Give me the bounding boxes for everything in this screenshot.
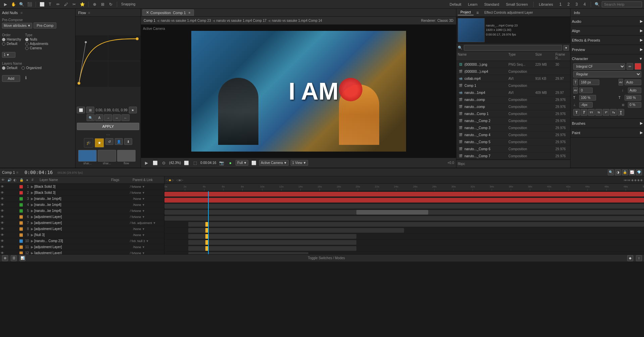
tl-layer-expand[interactable]: ▶ xyxy=(30,191,34,194)
flow-download-icon[interactable]: ⬇ xyxy=(124,138,132,145)
flow-grid-icon[interactable]: ⊞ xyxy=(86,107,94,113)
tl-layer-vis-btn[interactable]: 👁 xyxy=(0,233,5,237)
timeline-layer-row[interactable]: 👁 7 ▶ [adjustment Layer] / fx 6. adjustm… xyxy=(0,220,164,226)
type-adjustments-radio[interactable] xyxy=(25,42,29,46)
selection-tool[interactable]: ▶ xyxy=(2,1,9,8)
tl-solo-btn[interactable]: ◑ xyxy=(615,169,621,175)
project-list-item[interactable]: 🎬 Comp 1 Composition xyxy=(456,82,570,89)
search-icon[interactable]: 🔍 xyxy=(594,1,600,8)
info-icon[interactable]: ℹ xyxy=(23,74,30,81)
workspace-num-1[interactable]: 1 xyxy=(557,1,564,8)
project-list-item[interactable]: 🎬 naruto..._Comp 6 Composition 29.976 xyxy=(456,146,570,153)
tl-layer-parent[interactable]: None ▼ xyxy=(134,191,164,194)
order-hierarchy-radio[interactable] xyxy=(2,38,5,41)
project-list-item[interactable]: 🎬 naruto..._Comp 5 Composition 29.976 xyxy=(456,138,570,146)
project-list-item[interactable]: 🎬 naruto..._Comp 7 Composition 29.976 xyxy=(456,153,570,160)
tl-pen-btn[interactable]: 💎 xyxy=(636,169,642,175)
timeline-layer-row[interactable]: 👁 1 ▶ [Black Solid 3] / fx None ▼ xyxy=(0,184,164,190)
track-row[interactable] xyxy=(164,209,644,215)
char-weight-dropdown[interactable]: Regular xyxy=(573,71,641,77)
tl-layer-expand[interactable]: ▶ xyxy=(30,209,34,213)
tab-effect-controls[interactable]: Effect Controls adjustment Layer xyxy=(482,10,536,15)
active-camera-dropdown[interactable]: Active Camera ▼ xyxy=(259,160,288,166)
tl-layer-parent[interactable]: None ▼ xyxy=(134,233,164,237)
tl-lock-btn[interactable]: 🔒 xyxy=(622,169,628,175)
project-list-item[interactable]: 🎬 (000000...).mp4 Composition xyxy=(456,68,570,75)
flow-star-favorite-icon[interactable]: ★ xyxy=(95,138,104,148)
search-help-input[interactable] xyxy=(602,1,642,7)
comp-viewer-area[interactable]: Active Camera I AM xyxy=(141,25,456,158)
clone-tool[interactable]: ✂ xyxy=(71,1,78,8)
char-kerning-dropdown[interactable]: Auto xyxy=(625,79,641,85)
project-list-item[interactable]: 📹 naruto...1mp4 AVI 409 MB 29.97 xyxy=(456,89,570,96)
char-bold-icon[interactable]: T xyxy=(573,109,580,116)
order-default-radio[interactable] xyxy=(2,42,5,46)
project-list-item[interactable]: 🎬 naruto...comp Composition 29.976 xyxy=(456,96,570,103)
timeline-layer-row[interactable]: 👁 10 ▶ [naruto... Comp 23] / fx 9. Null … xyxy=(0,238,164,244)
snap-btn[interactable]: ⬜ xyxy=(152,160,158,166)
char-super-icon[interactable]: T² xyxy=(603,109,609,116)
track-row[interactable] xyxy=(164,197,644,203)
tl-graph-btn[interactable]: 📈 xyxy=(629,169,635,175)
timeline-layer-row[interactable]: 👁 8 ▶ [adjustment Layer] / None ▼ xyxy=(0,226,164,232)
tl-bottom-graph-btn[interactable]: 📊 xyxy=(19,255,26,261)
timeline-layer-row[interactable]: 👁 5 ▶ [naruto...ke 1mp4] / fx None ▼ xyxy=(0,208,164,214)
tl-layer-parent[interactable]: None ▼ xyxy=(134,209,164,213)
tl-layer-expand[interactable]: ▶ xyxy=(30,227,34,231)
char-underline-icon[interactable]: T xyxy=(617,109,624,116)
tl-search-btn[interactable]: 🔍 xyxy=(608,169,614,175)
tl-layer-expand[interactable]: ▶ xyxy=(30,245,34,249)
flow-A-icon[interactable]: A xyxy=(95,114,103,121)
fit-icon[interactable]: ⬜ xyxy=(183,160,190,166)
pre-comp-button[interactable]: Pre-Comp xyxy=(34,22,56,29)
play-btn[interactable]: ▶ xyxy=(143,160,150,166)
char-baseline-input[interactable] xyxy=(579,102,593,108)
preview-title[interactable]: Preview ▶ xyxy=(572,46,643,53)
timeline-tracks[interactable] xyxy=(164,191,644,254)
flow-leftright-icon[interactable]: ↔ xyxy=(113,114,121,121)
tl-layer-parent[interactable]: None ▼ xyxy=(134,185,164,188)
char-vert-scale-input[interactable] xyxy=(579,95,596,101)
nav-default[interactable]: Default xyxy=(447,2,464,7)
hand-tool[interactable]: ✋ xyxy=(10,1,17,8)
tl-layer-parent[interactable]: 9. Null 3 ▼ xyxy=(134,239,164,243)
type-adjustments[interactable]: Adjustments xyxy=(25,42,48,46)
char-size-input[interactable] xyxy=(579,79,599,85)
panel-menu-icon[interactable]: ≡ xyxy=(20,11,22,15)
tl-layer-expand[interactable]: ▶ xyxy=(30,221,34,225)
timeline-layer-row[interactable]: 👁 9 ▶ [Null 3] / None ▼ xyxy=(0,232,164,238)
tab-project[interactable]: Project xyxy=(458,10,474,15)
camera-icon-ctrl[interactable]: 📷 xyxy=(218,160,225,166)
tl-layer-parent[interactable]: None ▼ xyxy=(134,245,164,249)
track-row[interactable] xyxy=(164,203,644,209)
project-list-item[interactable]: 🎬 naruto...comp Composition 29.976 xyxy=(456,103,570,110)
char-sub-icon[interactable]: T₂ xyxy=(610,109,617,116)
mask-btn[interactable]: ⊙ xyxy=(160,160,167,166)
comp-main-tab[interactable]: ✕ Composition Comp 1 ≡ xyxy=(142,9,194,16)
move-attributes-dropdown[interactable]: Move attributes ▼ xyxy=(2,23,32,29)
paint-title[interactable]: Paint ▶ xyxy=(572,129,643,136)
type-nulls[interactable]: Nulls xyxy=(25,38,48,41)
tl-layer-vis-btn[interactable]: 👁 xyxy=(0,191,5,194)
track-row[interactable] xyxy=(164,215,644,221)
tl-layer-vis-btn[interactable]: 👁 xyxy=(0,227,5,231)
brush-tool[interactable]: 🖊 xyxy=(63,1,69,8)
type-camera-radio[interactable] xyxy=(25,47,29,50)
flow-refresh-icon[interactable]: ↺ xyxy=(105,138,113,145)
flow-person-icon[interactable]: 👤 xyxy=(115,138,123,145)
region-icon[interactable]: ⬚ xyxy=(192,160,198,166)
char-italic-icon[interactable]: T xyxy=(581,109,587,116)
project-menu-icon[interactable]: ≡ xyxy=(474,9,481,16)
view-settings-icon[interactable]: ⬜ xyxy=(250,160,257,166)
audio-title[interactable]: Audio ▶ xyxy=(572,18,643,24)
order-default[interactable]: Default xyxy=(2,42,21,46)
nav-libraries[interactable]: Libraries xyxy=(536,2,556,7)
timeline-layer-row[interactable]: 👁 2 ▶ [Black Solid 3] / fx None ▼ xyxy=(0,190,164,196)
tl-layer-expand[interactable]: ▶ xyxy=(30,239,34,243)
char-tracking-input[interactable] xyxy=(579,88,593,93)
rotate-tool[interactable]: ↻ xyxy=(107,1,114,8)
char-font-dropdown[interactable]: Integral CF xyxy=(573,63,625,70)
character-title[interactable]: Character ▼ xyxy=(572,56,643,62)
flow-grad-icon[interactable]: 🎓 xyxy=(84,138,93,148)
tl-layer-expand[interactable]: ▶ xyxy=(30,197,34,201)
